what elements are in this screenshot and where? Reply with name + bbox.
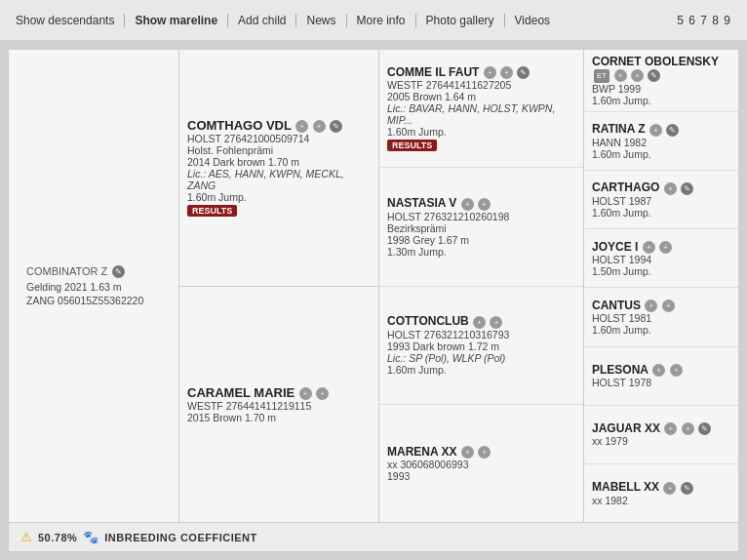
ss-results: RESULTS	[387, 138, 575, 151]
ss-icon1[interactable]: +	[484, 66, 496, 79]
ssd-jump: 1.60m Jump.	[592, 148, 730, 160]
sdd-cell: JOYCE I + + HOLST 1994 1.50m Jump.	[584, 229, 738, 288]
dam-dam-cell: MARENA XX + + xx 306068006993 1993	[379, 405, 583, 522]
paw-icon: 🐾	[83, 530, 98, 544]
sd-name-row: NASTASIA V + +	[387, 196, 575, 210]
dds-icon2[interactable]: +	[682, 422, 694, 435]
ddd-icon1[interactable]: +	[663, 482, 676, 495]
dsd-icon2[interactable]: +	[670, 364, 683, 377]
ddd-detail1: xx 1982	[592, 495, 730, 506]
ds-icon2[interactable]: +	[490, 316, 502, 329]
sdd-name-row: JOYCE I + +	[592, 240, 730, 254]
sss-cell: CORNET OBOLENSKY ET + + ✎ BWP 1999 1.60m…	[584, 50, 738, 112]
ss-lic: Lic.: BAVAR, HANN, HOLST, KWPN, MIP...	[387, 102, 575, 126]
grandparents-column: COMME IL FAUT + + ✎ WESTF 27644141162720…	[379, 50, 584, 522]
root-horse-detail2: ZANG 056015Z55362220	[26, 294, 161, 308]
dds-detail1: xx 1979	[592, 435, 730, 447]
ds-icon1[interactable]: +	[473, 316, 486, 329]
ssd-detail1: HANN 1982	[592, 137, 730, 148]
sss-icon1[interactable]: +	[614, 69, 627, 82]
sire-icon2[interactable]: +	[313, 120, 326, 133]
dss-icon1[interactable]: +	[645, 300, 657, 312]
sire-lic: Lic.: AES, HANN, KWPN, MECKL, ZANG	[187, 168, 371, 191]
dds-name-row: JAGUAR XX + + ✎	[592, 421, 730, 435]
ds-id: HOLST 276321210316793	[387, 329, 575, 340]
dss-cell: CANTUS + + HOLST 1981 1.60m Jump.	[584, 288, 738, 346]
dds-icon1[interactable]: +	[664, 422, 677, 435]
ss-icon2[interactable]: +	[500, 66, 513, 79]
nav-add-child[interactable]: Add child	[228, 14, 296, 27]
nav-photo-gallery[interactable]: Photo gallery	[416, 14, 505, 27]
sire-icon1[interactable]: +	[295, 120, 308, 133]
dss-icon2[interactable]: +	[662, 300, 675, 312]
sire-detail1: Holst. Fohlenprämi	[187, 144, 371, 156]
sdd-jump: 1.50m Jump.	[592, 265, 730, 277]
ds-detail1: 1993 Dark brown 1.72 m	[387, 340, 575, 352]
ssd-name-row: RATINA Z + ✎	[592, 122, 730, 136]
top-nav: Show descendants Show mareline Add child…	[0, 0, 747, 41]
nav-more-info[interactable]: More info	[347, 14, 416, 27]
dam-id: WESTF 276441411219115	[187, 400, 371, 412]
pagination[interactable]: 5 6 7 8 9	[677, 14, 731, 27]
sds-icon1[interactable]: +	[664, 182, 677, 195]
dd-id: xx 306068006993	[387, 459, 575, 470]
sire-dam-cell: NASTASIA V + + HOLST 276321210260198 Bez…	[379, 168, 583, 286]
sss-detail1: BWP 1999	[592, 83, 730, 95]
ssd-icon1[interactable]: +	[649, 124, 662, 137]
ds-lic: Lic.: SP (Pol), WLKP (Pol)	[387, 352, 575, 364]
dam-name-row: CARAMEL MARIE + +	[187, 385, 371, 400]
sds-jump: 1.60m Jump.	[592, 207, 730, 219]
sds-edit-icon[interactable]: ✎	[681, 182, 693, 195]
inbreeding-label: INBREEDING COEFFICIENT	[104, 532, 256, 543]
great-grandparents-column: CORNET OBOLENSKY ET + + ✎ BWP 1999 1.60m…	[584, 50, 738, 522]
inbreeding-pct: 50.78%	[38, 532, 77, 543]
sire-cell: COMTHAGO VDL + + ✎ HOLST 276421000509714…	[179, 50, 378, 287]
ssd-edit-icon[interactable]: ✎	[666, 124, 679, 137]
sire-detail2: 2014 Dark brown 1.70 m	[187, 156, 371, 168]
dsd-name-row: PLESONA + +	[592, 363, 730, 377]
nav-videos[interactable]: Videos	[505, 14, 560, 27]
nav-show-mareline[interactable]: Show mareline	[125, 14, 228, 27]
ss-jump: 1.60m Jump.	[387, 126, 575, 138]
sd-detail2: 1998 Grey 1.67 m	[387, 234, 575, 246]
warning-icon: ⚠	[20, 530, 32, 544]
sdd-icon1[interactable]: +	[643, 241, 655, 254]
main-content: COMBINATOR Z ✎ Gelding 2021 1.63 m ZANG …	[8, 49, 739, 552]
root-horse: COMBINATOR Z ✎ Gelding 2021 1.63 m ZANG …	[19, 258, 169, 314]
dd-icon1[interactable]: +	[461, 446, 474, 459]
nav-news[interactable]: News	[296, 14, 346, 27]
sss-edit-icon[interactable]: ✎	[648, 69, 660, 82]
ds-jump: 1.60m Jump.	[387, 364, 575, 376]
sd-icon2[interactable]: +	[478, 198, 491, 211]
sdd-detail1: HOLST 1994	[592, 254, 730, 265]
sss-name-row: CORNET OBOLENSKY ET + + ✎	[592, 55, 730, 83]
ddd-cell: MABELL XX + ✎ xx 1982	[584, 464, 738, 522]
dam-icon1[interactable]: +	[299, 387, 312, 400]
footer-bar: ⚠ 50.78% 🐾 INBREEDING COEFFICIENT	[9, 522, 738, 551]
root-horse-detail1: Gelding 2021 1.63 m	[26, 280, 161, 295]
ddd-edit-icon[interactable]: ✎	[681, 482, 693, 495]
sss-icon2[interactable]: +	[631, 69, 644, 82]
dam-icon2[interactable]: +	[316, 387, 329, 400]
nav-show-descendants[interactable]: Show descendants	[16, 14, 125, 27]
sss-et-badge: ET	[594, 69, 609, 83]
ss-edit-icon[interactable]: ✎	[517, 66, 530, 79]
sd-icon1[interactable]: +	[461, 198, 474, 211]
dd-detail1: 1993	[387, 470, 575, 482]
sdd-icon2[interactable]: +	[659, 241, 672, 254]
ssd-cell: RATINA Z + ✎ HANN 1982 1.60m Jump.	[584, 112, 738, 171]
app-container: Show descendants Show mareline Add child…	[0, 0, 747, 552]
sire-edit-icon[interactable]: ✎	[330, 120, 342, 133]
root-edit-icon[interactable]: ✎	[112, 265, 125, 278]
sd-id: HOLST 276321210260198	[387, 211, 575, 222]
sire-name-row: COMTHAGO VDL + + ✎	[187, 118, 371, 133]
ss-detail1: 2005 Brown 1.64 m	[387, 91, 575, 102]
ss-id: WESTF 276441411627205	[387, 79, 575, 91]
sss-jump: 1.60m Jump.	[592, 95, 730, 106]
dsd-icon1[interactable]: +	[652, 364, 665, 377]
sire-results: RESULTS	[187, 203, 371, 217]
dds-edit-icon[interactable]: ✎	[698, 422, 711, 435]
ds-name-row: COTTONCLUB + +	[387, 314, 575, 328]
dd-icon2[interactable]: +	[478, 446, 491, 459]
sds-detail1: HOLST 1987	[592, 195, 730, 207]
